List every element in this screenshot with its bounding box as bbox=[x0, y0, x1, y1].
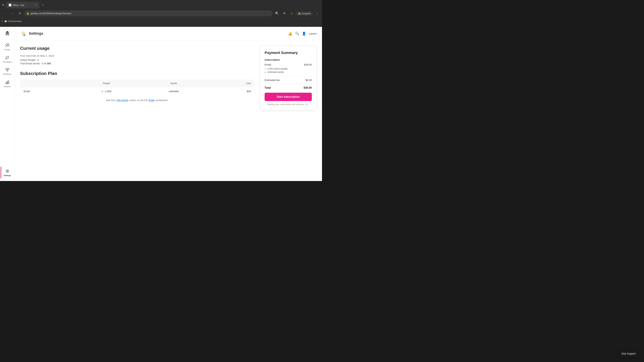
browser-forward-button[interactable]: → bbox=[9, 11, 16, 17]
browser-menu-button[interactable]: ⋮ bbox=[314, 11, 320, 17]
browser-back-icon: ▼ bbox=[2, 3, 5, 7]
feature-unlimited-sends: Unlimited sends bbox=[267, 71, 312, 73]
table-col-cost: Cost bbox=[208, 80, 254, 87]
email-cost-label: Email: bbox=[264, 63, 272, 66]
pricing-note-middle: works, or see full bbox=[130, 99, 147, 102]
browser-back-button[interactable]: ← bbox=[2, 11, 8, 17]
content-left: Current usage Your trial ends on May 2, … bbox=[20, 46, 254, 110]
email-pricing-link[interactable]: Email bbox=[148, 99, 154, 102]
browser-search-icon[interactable]: 🔍 bbox=[274, 11, 280, 17]
header-search-icon[interactable]: 🔍 bbox=[295, 32, 299, 36]
plan-table: People Sends Cost Email 1 - 2,500 unlimi… bbox=[20, 79, 254, 96]
svg-rect-7 bbox=[6, 68, 7, 69]
pricing-note-suffix: pricing tiers. bbox=[156, 99, 168, 102]
drip-pricing-link[interactable]: Drip pricing bbox=[116, 99, 128, 102]
email-sends-label: Trial Email Sends: bbox=[20, 62, 40, 65]
security-icon: 🔒 bbox=[26, 12, 29, 15]
summary-divider-1 bbox=[264, 76, 312, 76]
svg-point-4 bbox=[6, 44, 8, 45]
page-settings-icon bbox=[20, 30, 27, 37]
settings-icon bbox=[5, 168, 10, 174]
svg-rect-14 bbox=[8, 81, 9, 84]
email-cost-row: Email: $39.00 bbox=[264, 63, 312, 66]
header-actions: 🔔 🔍 👤 Lauren bbox=[288, 32, 317, 36]
url-text: getdrip.com/8235963/settings/checkout bbox=[31, 12, 72, 15]
incognito-icon: 🕵️ bbox=[298, 12, 301, 15]
tab-title: Billing · Drip bbox=[13, 4, 24, 6]
bookmarks-folder[interactable]: 📁 All Bookmarks bbox=[4, 20, 22, 23]
workflows-icon bbox=[5, 67, 10, 72]
page-title: Settings bbox=[29, 31, 43, 36]
address-bar[interactable]: 🔒 getdrip.com/8235963/settings/checkout bbox=[24, 11, 273, 17]
sidebar-label-people: People bbox=[4, 49, 10, 51]
sidebar-item-analytics[interactable]: Analytics bbox=[1, 78, 14, 89]
sidebar-item-campaigns[interactable]: Campaigns bbox=[1, 53, 14, 65]
table-col-plan bbox=[20, 80, 73, 87]
subscription-plan-title: Subscription Plan bbox=[20, 71, 254, 76]
sidebar-label-workflows: Workflows bbox=[3, 73, 12, 75]
sidebar-label-settings: Settings bbox=[4, 174, 11, 177]
svg-point-3 bbox=[7, 31, 8, 33]
svg-rect-8 bbox=[8, 68, 9, 69]
plan-people-cell: 1 - 2,500 bbox=[73, 87, 140, 96]
svg-rect-9 bbox=[7, 70, 8, 71]
header-user-icon[interactable]: 👤 bbox=[302, 32, 306, 36]
svg-point-5 bbox=[8, 44, 9, 45]
email-sends-text: Trial Email Sends: 0 of 100 bbox=[20, 62, 254, 65]
analytics-icon bbox=[5, 79, 10, 85]
incognito-label: Incognito bbox=[302, 12, 310, 15]
plan-cost-cell: $39 bbox=[208, 87, 254, 96]
table-col-sends: Sends bbox=[140, 80, 208, 87]
email-cost-value: $39.00 bbox=[304, 63, 312, 66]
payment-summary: Payment Summary Subscription Email: $39.… bbox=[260, 46, 317, 110]
app-logo[interactable] bbox=[3, 30, 12, 38]
incognito-button[interactable]: 🕵️ Incognito bbox=[296, 12, 313, 16]
pricing-note-prefix: See how bbox=[106, 99, 115, 102]
svg-point-6 bbox=[6, 58, 6, 59]
tax-row: Estimated tax $0.00 bbox=[264, 79, 312, 81]
start-subscription-button[interactable]: Start subscription bbox=[264, 93, 312, 101]
sidebar-item-workflows[interactable]: Workflows bbox=[1, 65, 14, 77]
folder-label: All Bookmarks bbox=[8, 20, 22, 23]
payment-summary-title: Payment Summary bbox=[264, 51, 312, 55]
email-sends-value: 0 of 100 bbox=[42, 62, 51, 65]
plan-sends-cell: unlimited bbox=[140, 87, 208, 96]
browser-bookmark-icon[interactable]: ☆ bbox=[289, 11, 295, 17]
svg-point-15 bbox=[7, 170, 8, 172]
current-usage-title: Current usage bbox=[20, 46, 254, 51]
sidebar: People Campaigns bbox=[0, 27, 15, 181]
folder-icon: 📁 bbox=[4, 20, 7, 23]
trial-end-text: Your trial ends on May 2, 2024 bbox=[20, 54, 254, 57]
main-content: Settings 🔔 🔍 👤 Lauren Current usage Your… bbox=[15, 27, 322, 181]
total-value: $39.00 bbox=[304, 86, 312, 89]
svg-point-16 bbox=[22, 33, 24, 34]
pricing-note: See how Drip pricing works, or see full … bbox=[20, 99, 254, 102]
people-icon bbox=[5, 43, 10, 48]
notification-bell-icon[interactable]: 🔔 bbox=[288, 32, 292, 36]
content-area: Current usage Your trial ends on May 2, … bbox=[15, 40, 322, 116]
feature-active-people: 2,500 active people bbox=[267, 67, 312, 70]
tab-favicon: ⚙ bbox=[9, 4, 12, 6]
plan-name-cell: Email bbox=[20, 87, 73, 96]
table-col-people: People bbox=[73, 80, 140, 87]
total-row: Total $39.00 bbox=[264, 86, 312, 89]
active-people-label: Active People: bbox=[20, 59, 36, 61]
browser-reload-button[interactable]: ✕ bbox=[17, 11, 23, 17]
tax-value: $0.00 bbox=[306, 79, 312, 81]
browser-lens-icon[interactable]: 👁 bbox=[281, 11, 287, 17]
new-tab-button[interactable]: + bbox=[40, 2, 46, 8]
sidebar-item-settings[interactable]: Settings bbox=[1, 167, 14, 178]
active-people-value: 0 bbox=[38, 59, 39, 61]
active-browser-tab[interactable]: ⚙ Billing · Drip ✕ bbox=[6, 2, 40, 8]
tab-close-button[interactable]: ✕ bbox=[35, 4, 37, 7]
subscription-section-label: Subscription bbox=[264, 58, 312, 61]
tax-label: Estimated tax bbox=[264, 79, 280, 81]
page-header: Settings 🔔 🔍 👤 Lauren bbox=[15, 27, 322, 40]
campaigns-icon bbox=[5, 55, 10, 60]
total-label: Total bbox=[264, 86, 271, 89]
svg-point-2 bbox=[7, 34, 9, 36]
user-name[interactable]: Lauren bbox=[309, 32, 317, 35]
subscription-note: Starting your subscription will end your… bbox=[264, 103, 312, 106]
sidebar-item-people[interactable]: People bbox=[1, 41, 14, 53]
plan-features-list: 2,500 active people Unlimited sends bbox=[267, 67, 312, 73]
